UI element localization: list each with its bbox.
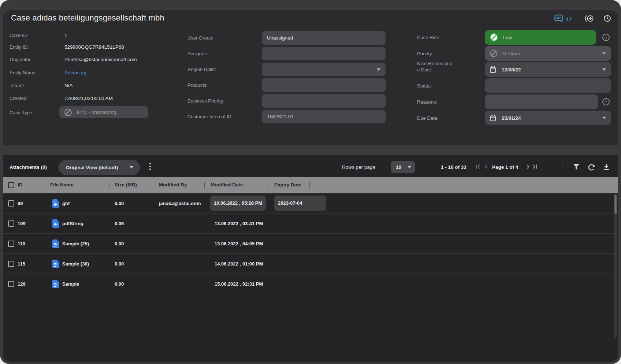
row-checkbox[interactable] (8, 200, 14, 207)
cell-file-name: Sample (25) (62, 234, 89, 254)
cell-modified-date: 14.06.2022 , 01:00 PM (215, 254, 263, 274)
cell-id: 129 (18, 274, 26, 294)
chevron-down-icon (602, 68, 606, 71)
user-group-field[interactable]: Unassigned (262, 31, 386, 45)
chevron-down-icon (408, 166, 411, 168)
entity-id-label: Entity ID: (10, 44, 29, 50)
comment-count: 17 (566, 16, 572, 22)
products-label: Products: (187, 82, 208, 88)
cell-modified-by (159, 234, 209, 254)
history-button[interactable] (603, 14, 611, 24)
customer-internal-id-label: Customer Internal ID: (187, 114, 233, 120)
calendar-icon (490, 116, 496, 121)
refresh-icon[interactable] (588, 163, 596, 171)
table-row[interactable]: 110 Sample (25) 0.00 13.06.2022 , 04:05 … (3, 234, 618, 254)
table-scrollbar[interactable] (614, 194, 617, 338)
case-type-value: KYC - onboarding (77, 109, 116, 115)
business-priority-field[interactable] (262, 94, 386, 108)
filter-icon[interactable] (573, 163, 581, 171)
next-remediation-date-value: 12/08/22 (502, 67, 521, 73)
table-row[interactable]: 109 pdfString 0.06 13.06.2022 , 03:41 PM (3, 213, 618, 234)
assignee-field[interactable] (262, 47, 386, 60)
col-expiry-date[interactable]: Expiry Date (274, 182, 301, 187)
cell-file-name: ghf (62, 193, 70, 213)
originator-value: Printhika@bstai.onmicrosoft.com (64, 56, 137, 63)
attachments-title: Attachments (0) (10, 164, 47, 171)
user-group-value: Unassigned (267, 35, 293, 41)
next-remediation-date-picker[interactable]: 12/08/22 (485, 62, 611, 77)
document-icon (52, 219, 59, 228)
cell-size: 0.06 (115, 213, 124, 234)
region-uplift-select[interactable] (262, 63, 386, 76)
case-window: Case adidas beteiligungsgesellschaft mbh… (0, 0, 621, 364)
cell-file-name: Sample (30) (62, 254, 89, 274)
col-file-name[interactable]: File Name (50, 182, 74, 187)
region-uplift-label: Region Uplift: (187, 66, 216, 73)
due-date-label: Due Date: (417, 115, 439, 121)
select-all-checkbox[interactable] (8, 182, 14, 188)
view-selector[interactable]: Original View (default) (59, 160, 140, 175)
case-risk-badge[interactable]: Low (485, 30, 596, 45)
status-label: Status: (417, 83, 432, 89)
chevron-down-icon (130, 166, 133, 168)
restore-case-button[interactable] (585, 14, 594, 24)
scrollbar-thumb[interactable] (614, 195, 617, 214)
priority-select[interactable]: Medium (485, 46, 611, 61)
chevron-down-icon (602, 52, 606, 55)
comment-bubble-icon (554, 14, 564, 25)
last-page-icon[interactable] (532, 164, 538, 170)
cell-modified-date[interactable]: 10.06.2022 , 05:28 PM (210, 196, 266, 211)
table-row[interactable]: 129 Sample 0.00 15.06.2022 , 02:31 PM (3, 274, 618, 294)
col-size[interactable]: Size (MB) (115, 182, 137, 187)
case-id-value: 1 (64, 32, 67, 38)
cell-modified-by (159, 274, 209, 294)
page-indicator: Page 1 of 4 (492, 164, 518, 171)
document-icon (52, 280, 59, 288)
prev-page-icon[interactable] (483, 164, 490, 170)
row-checkbox[interactable] (8, 241, 14, 247)
status-field[interactable] (485, 78, 611, 93)
case-risk-info-icon[interactable] (602, 34, 610, 41)
business-priority-label: Business Priority: (187, 98, 224, 104)
customer-internal-id-field[interactable]: TMDS21-01 (262, 110, 386, 123)
table-row[interactable]: 99 ghf 0.00 janaka@bstai.onm 10.06.2022 … (3, 193, 618, 213)
chevron-down-icon (377, 68, 380, 71)
circle-plus-icon (585, 18, 594, 24)
table-row[interactable]: 115 Sample (30) 0.00 14.06.2022 , 01:00 … (3, 254, 618, 274)
comments-button[interactable]: 17 (554, 14, 572, 25)
rows-per-page-select[interactable]: 10 (391, 161, 415, 173)
case-detail-panel: Case adidas beteiligungsgesellschaft mbh… (3, 10, 618, 145)
case-risk-value: Low (503, 35, 512, 40)
cell-id: 99 (18, 193, 23, 213)
reasons-info-icon[interactable] (602, 98, 610, 105)
col-id[interactable]: ID (18, 182, 23, 187)
page-title: Case adidas beteiligungsgesellschaft mbh (11, 13, 164, 23)
document-icon (52, 239, 59, 248)
due-date-picker[interactable]: 25/01/24 (485, 111, 611, 125)
first-page-icon[interactable] (475, 164, 482, 170)
entity-name-link[interactable]: Adidas ag (64, 70, 86, 76)
cell-id: 109 (18, 213, 26, 234)
case-type-label: Case Type: (10, 109, 34, 116)
row-checkbox[interactable] (8, 281, 14, 287)
download-icon[interactable] (603, 163, 611, 171)
entity-name-label: Entity Name: (10, 70, 37, 76)
row-checkbox[interactable] (8, 220, 14, 227)
assignee-label: Assignee: (187, 51, 208, 57)
reasons-label: Reasons: (417, 99, 437, 105)
next-page-icon[interactable] (525, 164, 532, 170)
cell-size: 0.00 (115, 193, 124, 213)
user-group-label: User Group: (187, 35, 213, 41)
cell-modified-by (159, 213, 209, 234)
col-modified-by[interactable]: Modified By (159, 182, 187, 187)
col-modified-date[interactable]: Modified Date (211, 182, 243, 187)
reasons-field[interactable] (485, 94, 598, 109)
more-options-button[interactable] (147, 162, 153, 171)
row-checkbox[interactable] (8, 261, 14, 267)
attachments-panel: Attachments (0) Original View (default) … (3, 155, 618, 362)
products-field[interactable] (262, 78, 386, 92)
created-value: 12/08/21,03:00:00 AM (64, 95, 113, 101)
tenant-value: N/A (64, 82, 73, 89)
cell-expiry-date[interactable]: 2023-07-04 (274, 196, 326, 211)
cell-modified-date: 13.06.2022 , 03:41 PM (215, 213, 263, 234)
